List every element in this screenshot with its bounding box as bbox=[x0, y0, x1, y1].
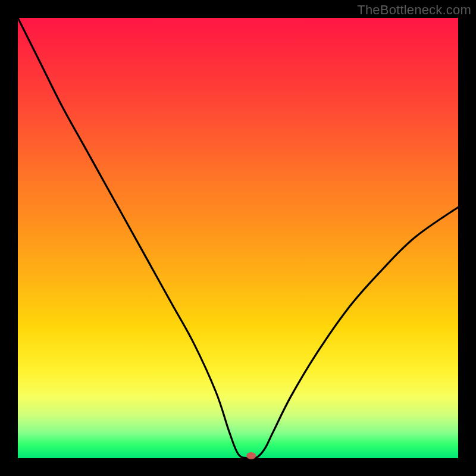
plot-area bbox=[18, 18, 458, 458]
optimum-marker bbox=[246, 452, 256, 459]
curve-svg bbox=[18, 18, 458, 458]
bottleneck-curve-path bbox=[18, 18, 458, 459]
chart-frame: TheBottleneck.com bbox=[0, 0, 476, 476]
watermark-text: TheBottleneck.com bbox=[357, 2, 471, 18]
